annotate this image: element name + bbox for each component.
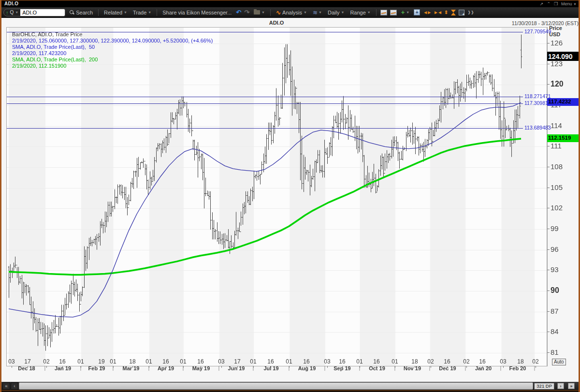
- x-day-label: 01: [286, 358, 292, 365]
- line-style-menu[interactable]: ≋▼: [311, 9, 323, 16]
- y-axis-tick: [547, 146, 550, 146]
- x-day-label: 18: [411, 358, 418, 365]
- legend-line: 2/19/2020, 117.423200: [12, 50, 213, 57]
- x-month-label: Sep 19: [334, 365, 350, 371]
- scrollbar-thumb[interactable]: [19, 382, 533, 390]
- x-month-label: Jan 19: [55, 365, 71, 371]
- hline-value-label: 127.709549: [524, 29, 551, 34]
- x-axis-tick: [503, 366, 504, 368]
- x-month-label: Dec 18: [18, 365, 35, 371]
- legend-line: BarOHLC, ADI.O, Trade Price: [12, 31, 213, 38]
- selection-tool-icon[interactable]: [459, 10, 464, 15]
- y-axis-label: 99: [551, 224, 559, 232]
- quote-button[interactable]: ↑ Q ▼: [4, 9, 20, 16]
- symbol-dropdown-icon[interactable]: ▼: [15, 11, 18, 14]
- scroll-far-right-button[interactable]: »: [568, 383, 575, 389]
- last-price-badge: 124.090: [547, 52, 580, 61]
- x-day-label: 03: [218, 358, 224, 365]
- y-axis-tick: [547, 270, 550, 270]
- x-day-label: 18: [129, 358, 135, 365]
- hourglass-icon[interactable]: [451, 10, 456, 15]
- trade-menu[interactable]: Trade▼: [131, 9, 153, 16]
- expand-horizontal-icon[interactable]: ◄►: [423, 10, 431, 15]
- up-arrow-icon: ↑: [6, 10, 9, 15]
- toolbar: ↑ Q ▼ Search Related▼ Trade▼ Share via E…: [1, 7, 579, 18]
- legend-line: SMA, ADI.O, Trade Price(Last), 200: [12, 57, 213, 63]
- expand-vertical-icon[interactable]: ⇕: [444, 10, 448, 15]
- more-tools-icon[interactable]: ❱❱: [467, 10, 474, 15]
- symbol-input[interactable]: [20, 9, 65, 16]
- interval-menu[interactable]: Daily▼: [326, 9, 346, 16]
- x-day-label: 17: [24, 358, 30, 365]
- price-chart-canvas[interactable]: [6, 27, 548, 366]
- related-menu[interactable]: Related▼: [102, 9, 129, 16]
- crosshair-icon: +: [401, 9, 405, 16]
- y-axis-tick: [547, 311, 550, 312]
- datapoint-count-badge: 321 DP: [534, 383, 554, 390]
- analysis-menu[interactable]: ∿ Analysis▼: [275, 9, 308, 16]
- y-axis-tick: [547, 290, 550, 291]
- open-chart-button[interactable]: ▼: [252, 10, 266, 15]
- scroll-far-left-button[interactable]: «: [2, 382, 10, 390]
- window-icon[interactable]: ❒: [554, 1, 558, 6]
- menu-button[interactable]: Menu ▼: [561, 1, 577, 6]
- legend-line: 2/19/2020, 112.151900: [12, 63, 213, 69]
- y-axis-tick: [547, 208, 550, 208]
- x-month-separator: |: [500, 365, 502, 371]
- search-icon: [70, 10, 74, 15]
- x-month-label: Jan 20: [475, 365, 492, 371]
- analysis-icon: ∿: [276, 9, 281, 16]
- x-month-label: Jun 19: [228, 365, 245, 371]
- chart-annotate-icon[interactable]: [390, 10, 397, 15]
- x-month-separator: |: [183, 365, 184, 371]
- popout-icon[interactable]: ↗: [540, 1, 544, 6]
- redo-icon[interactable]: ↷: [244, 9, 249, 16]
- x-day-label: 16: [444, 358, 450, 365]
- scroll-right-button[interactable]: ›: [557, 383, 564, 389]
- compress-horizontal-icon[interactable]: ►◄: [434, 10, 441, 15]
- axis-auto-button[interactable]: Auto: [552, 359, 566, 365]
- status-bar: « ‹ 321 DP › »: [1, 382, 579, 390]
- x-month-label: Jul 19: [263, 365, 278, 371]
- x-day-label: 01: [250, 358, 256, 365]
- x-day-label: 16: [303, 358, 309, 365]
- chart-region: ADI.O 11/30/2018 - 3/12/2020 (EST) BarOH…: [1, 18, 579, 382]
- range-menu[interactable]: Range▼: [348, 9, 372, 16]
- search-button[interactable]: Search: [68, 9, 94, 16]
- scroll-left-button[interactable]: ‹: [11, 382, 18, 390]
- x-month-label: Aug 19: [298, 365, 316, 371]
- collapse-icon[interactable]: ⌃: [547, 1, 551, 6]
- crosshair-menu[interactable]: +▼: [400, 8, 411, 16]
- toolbar-divider: [157, 9, 157, 16]
- x-month-label: Mar 19: [123, 365, 140, 371]
- x-day-label: 03: [324, 358, 330, 365]
- y-axis-tick: [547, 249, 550, 250]
- x-day-label: 18: [517, 358, 523, 365]
- y-axis-tick: [547, 84, 550, 85]
- x-day-label: 19: [98, 358, 104, 365]
- y-axis-label: 87: [551, 307, 559, 315]
- x-day-label: 02: [43, 358, 49, 365]
- chart-template-icon[interactable]: [380, 10, 387, 15]
- add-panel-icon[interactable]: +: [414, 9, 420, 15]
- undo-icon[interactable]: ↶: [236, 9, 241, 16]
- x-day-label: 16: [197, 358, 203, 365]
- folder-icon: [254, 10, 260, 15]
- x-axis-tick: [466, 366, 467, 368]
- x-day-label: 16: [339, 358, 345, 365]
- x-month-label: Apr 19: [158, 365, 174, 371]
- share-messenger-button[interactable]: Share via Eikon Messenger...: [161, 9, 233, 16]
- x-day-label: 01: [180, 358, 186, 365]
- toolbar-divider: [376, 9, 377, 16]
- x-day-label: 02: [532, 358, 538, 365]
- x-month-separator: |: [429, 365, 431, 371]
- toolbar-divider: [270, 9, 271, 16]
- x-day-label: 01: [356, 358, 362, 365]
- legend-line: SMA, ADI.O, Trade Price(Last), 50: [12, 44, 213, 50]
- window-title: ADI.O: [4, 1, 18, 6]
- x-month-separator: |: [253, 365, 254, 371]
- x-month-separator: |: [289, 365, 290, 371]
- x-month-separator: |: [44, 365, 46, 371]
- price-axis-line: [547, 27, 547, 366]
- y-axis-label: 81: [551, 348, 559, 356]
